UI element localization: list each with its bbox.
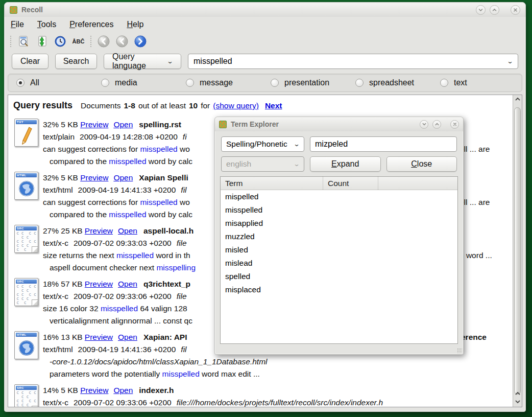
spell-abc-icon[interactable]: ÅBĈ — [71, 35, 85, 49]
result-text-tail: n word ... — [460, 249, 492, 262]
filter-wrap: Allmediamessagepresentationspreadsheette… — [5, 72, 525, 95]
mode-select[interactable]: Spelling/Phonetic ⌄ — [221, 136, 304, 152]
close-button[interactable] — [511, 5, 520, 15]
clear-label: Clear — [20, 57, 40, 66]
dialog-minimize-button[interactable] — [420, 120, 428, 129]
preview-link[interactable]: Preview — [85, 226, 113, 235]
html-file-icon: HTML — [14, 172, 38, 200]
filter-presentation[interactable]: presentation — [271, 78, 355, 87]
term-table-header[interactable]: Term Count — [221, 177, 457, 190]
filter-label: text — [454, 78, 467, 87]
radio-icon — [186, 79, 194, 87]
abc-glyph: ÅBĈ — [72, 38, 85, 44]
menu-file[interactable]: File — [11, 20, 24, 29]
scroll-down-icon[interactable] — [513, 398, 522, 406]
open-link[interactable]: Open — [113, 120, 133, 129]
chevron-up-icon — [434, 122, 440, 127]
spacer-cell — [378, 257, 457, 270]
preview-link[interactable]: Preview — [85, 333, 113, 341]
chevron-up-icon — [492, 7, 497, 13]
term-cell: mispelled — [221, 190, 323, 203]
count-column-header[interactable]: Count — [323, 177, 378, 190]
term-row[interactable]: muzzled — [221, 230, 457, 243]
scroll-up-icon[interactable] — [513, 95, 522, 103]
history-clock-icon[interactable] — [53, 35, 67, 49]
rebuild-index-icon[interactable] — [35, 35, 49, 49]
language-select[interactable]: english ⌄ — [221, 156, 304, 172]
dialog-maximize-button[interactable] — [432, 120, 441, 129]
scrollbar-thumb[interactable] — [514, 107, 521, 395]
source-file-icon: SRCc c c c c c c c c c c c c c c — [14, 225, 38, 253]
open-link[interactable]: Open — [113, 173, 133, 182]
term-row[interactable]: mislead — [221, 257, 457, 270]
term-row[interactable]: misspelled — [221, 203, 457, 217]
query-language-dropdown[interactable]: Query language ⌄ — [104, 54, 181, 69]
menu-bar: FileToolsPreferencesHelp — [5, 17, 525, 32]
count-cell — [323, 257, 378, 270]
snippet-text: verticalalignment alignnormal ... const … — [50, 316, 192, 325]
open-link[interactable]: Open — [118, 226, 137, 235]
term-row[interactable]: misapplied — [221, 217, 457, 230]
nav-first-icon[interactable] — [96, 35, 110, 49]
result-title: indexer.h — [139, 386, 174, 395]
source-file-icon: SRCc c c c c c c c c c c c c c c — [14, 278, 38, 306]
open-link[interactable]: Open — [113, 386, 133, 395]
term-row[interactable]: mispelled — [221, 190, 457, 203]
term-row[interactable]: misplaced — [221, 283, 457, 296]
result-path: file — [177, 239, 187, 247]
results-scrollbar[interactable] — [513, 95, 522, 407]
term-table-body: mispelledmisspelledmisappliedmuzzledmisl… — [221, 190, 457, 296]
query-input[interactable]: misspelled ⌄ — [188, 54, 518, 69]
term-column-header[interactable]: Term — [221, 177, 323, 190]
clear-button[interactable]: Clear — [12, 54, 49, 69]
dialog-close-button[interactable] — [450, 120, 459, 129]
recoll-app-icon — [219, 121, 227, 128]
snippet-text: -core-1.0.12/docs/apidoc/html/classXapia… — [50, 357, 268, 366]
show-query-link[interactable]: (show query) — [213, 101, 259, 110]
scroll-up-icon[interactable] — [513, 389, 522, 398]
filter-media[interactable]: media — [101, 78, 186, 87]
search-page-icon[interactable] — [16, 35, 30, 49]
recoll-app-icon — [10, 6, 17, 14]
minimize-button[interactable] — [476, 5, 486, 15]
resize-grip[interactable] — [457, 348, 462, 353]
filter-label: message — [200, 78, 233, 87]
filter-all[interactable]: All — [16, 78, 101, 87]
preview-link[interactable]: Preview — [80, 120, 108, 129]
relevance-size: 18% 57 KB — [43, 280, 85, 288]
preview-link[interactable]: Preview — [80, 386, 108, 395]
nav-back-icon[interactable] — [115, 35, 129, 49]
next-page-link[interactable]: Next — [265, 101, 282, 110]
maximize-button[interactable] — [490, 5, 499, 15]
term-row[interactable]: misled — [221, 243, 457, 257]
filter-message[interactable]: message — [186, 78, 271, 87]
term-table: Term Count mispelledmisspelledmisapplied… — [220, 176, 458, 344]
snippet-text: 64 valign 128 — [138, 304, 187, 313]
filter-spreadsheet[interactable]: spreadsheet — [355, 78, 440, 87]
expand-button[interactable]: Expand — [310, 156, 381, 172]
preview-link[interactable]: Preview — [80, 173, 108, 182]
close-dialog-button[interactable]: Close — [386, 156, 457, 172]
preview-link[interactable]: Preview — [85, 280, 113, 288]
menu-tools[interactable]: Tools — [37, 20, 56, 29]
open-link[interactable]: Open — [118, 333, 137, 341]
nav-forward-icon[interactable] — [133, 35, 147, 49]
menu-preferences[interactable]: Preferences — [69, 20, 113, 29]
filter-label: spreadsheet — [369, 78, 414, 87]
file-type-badge: SRC — [16, 386, 37, 390]
menu-help[interactable]: Help — [127, 20, 143, 29]
term-cell: misspelled — [221, 203, 323, 217]
search-button[interactable]: Search — [55, 54, 97, 69]
open-link[interactable]: Open — [118, 280, 137, 288]
title-bar[interactable]: Recoll — [5, 3, 525, 17]
mime-type: text/html — [43, 345, 73, 354]
result-icon-cell: HTML — [11, 329, 43, 382]
result-date: 2009-07-02 09:33:06 +0200 — [74, 398, 172, 407]
term-input[interactable]: mizpeled — [310, 136, 457, 152]
term-cell: spelled — [221, 270, 323, 283]
filter-text[interactable]: text — [440, 78, 467, 87]
dialog-title-bar[interactable]: Term Explorer — [215, 117, 463, 131]
term-row[interactable]: spelled — [221, 270, 457, 283]
snippet-text: parameters word the potentially — [50, 369, 162, 378]
toolbar-handle — [10, 35, 12, 48]
